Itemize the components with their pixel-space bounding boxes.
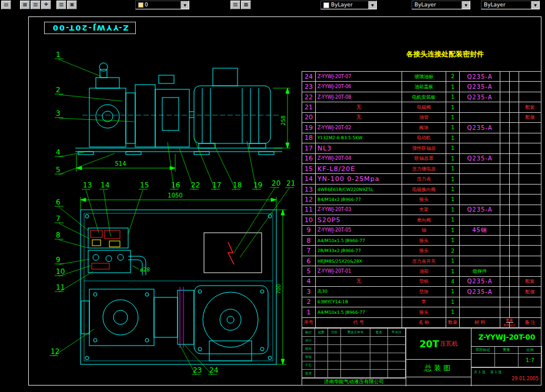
- bom-cell-material: [460, 307, 500, 317]
- bom-cell-note: [519, 174, 541, 184]
- bom-row: 11Z-YYWJ-20T-03支架1Q235-A: [302, 205, 541, 215]
- bom-cell-qty: 1: [446, 113, 460, 123]
- bom-cell-name: 垫铁: [402, 277, 446, 287]
- bom-row: 14YN-100 0-25Mpa压力表1: [302, 174, 541, 184]
- bom-cell-name: 压力表开关: [402, 256, 446, 266]
- bom-cell-no: 21: [302, 102, 316, 112]
- bom-row: 12B4/M14x2 JB966-77接头1: [302, 195, 541, 205]
- bom-cell-unit-weight: [500, 195, 510, 205]
- bom-cell-material: Q235-A: [460, 72, 500, 82]
- product-suffix: 压瓦机: [440, 340, 458, 348]
- stage-value: [472, 354, 495, 367]
- sheet-index: 第 1 张: [490, 370, 502, 375]
- bom-cell-total-weight: [510, 102, 519, 112]
- bom-cell-qty: 1: [446, 215, 460, 225]
- bom-cell-note: 配做: [519, 287, 541, 297]
- balloon-label: 6: [56, 198, 61, 206]
- bom-row: 20无油管1配做: [302, 113, 541, 123]
- signature-cell: [388, 345, 406, 353]
- bom-cell-note: [519, 226, 541, 236]
- bom-cell-total-weight: [510, 297, 519, 307]
- bom-cell-note: [519, 246, 541, 256]
- bom-cell-no: 15: [302, 164, 316, 174]
- bom-cell-total-weight: [510, 215, 519, 225]
- bom-cell-qty: 1: [446, 164, 460, 174]
- title-block-bottom: 共 1 张 第 1 张 29.01.2005: [472, 367, 542, 386]
- bom-cell-no: 1: [302, 307, 316, 317]
- bom-cell-total-weight: [510, 164, 519, 174]
- bom-cell-note: [519, 266, 541, 276]
- bom-cell-qty: 1: [446, 266, 460, 276]
- bom-cell-note: [519, 195, 541, 205]
- bom-cell-material: [460, 164, 500, 174]
- balloon-label: 14: [101, 181, 109, 189]
- signature-cell: 签名: [370, 329, 388, 337]
- bom-cell-material: 组焊件: [460, 266, 500, 276]
- bom-cell-code: Z-YYWJ-20T-04: [316, 154, 402, 164]
- bom-cell-code: A4/M10x1.5 JB966-77: [316, 236, 402, 246]
- balloon-label: 11: [56, 283, 65, 292]
- leader-line: [128, 190, 143, 234]
- bom-cell-qty: 1: [446, 195, 460, 205]
- bom-header-cell: 材 料: [460, 318, 500, 328]
- bom-cell-unit-weight: [500, 256, 510, 266]
- bom-cell-note: [519, 164, 541, 174]
- balloon-label: 20: [272, 179, 280, 187]
- bom-cell-material: [460, 195, 500, 205]
- bom-cell-material: [460, 246, 500, 256]
- scale-label: 比例: [519, 347, 542, 354]
- bom-cell-note: [519, 236, 541, 246]
- bom-row: 5Z-YYWJ-20T-01油箱1组焊件: [302, 266, 541, 276]
- bom-cell-material: [460, 236, 500, 246]
- leader-line: [103, 190, 111, 236]
- bom-cell-code: Z-YYWJ-20T-03: [316, 205, 402, 215]
- bom-cell-code: 63MYCY14-1B: [316, 297, 402, 307]
- bom-cell-total-weight: [510, 287, 519, 297]
- signature-cell: [328, 337, 341, 345]
- title-block-spacer: [406, 377, 471, 385]
- bom-cell-code: Y132M2-6-B3 5.5KW: [316, 133, 402, 143]
- bom-header-row: 序号 代 号 名 称 数量 材 料 重量 单件 总计 备 注: [302, 318, 541, 328]
- bom-cell-material: Q235-A: [460, 82, 500, 92]
- bom-cell-code: Z-YYWJ-20T-07: [316, 72, 402, 82]
- bom-cell-code: Z-YYWJ-20T-06: [316, 82, 402, 92]
- bom-cell-name: 支架: [402, 205, 446, 215]
- bom-row: 3高30垫块1Q235-A配做: [302, 287, 541, 297]
- balloon-label: 24: [209, 366, 218, 374]
- bom-cell-material: [460, 102, 500, 112]
- bom-cell-no: 24: [302, 72, 316, 82]
- bom-cell-name: 油管: [402, 113, 446, 123]
- signature-cell: [370, 361, 388, 370]
- bom-cell-unit-weight: [500, 82, 510, 92]
- bom-cell-name: 电动机: [402, 133, 446, 143]
- bom-cell-material: [460, 143, 500, 153]
- signature-grid: 标记处数分区更改文件号签名年月日设计校对审核工艺批准: [302, 329, 406, 378]
- stage-label: 阶段标记: [472, 347, 495, 354]
- bom-cell-code: KF-L8/20E: [316, 164, 402, 174]
- bom-cell-total-weight: [510, 154, 519, 164]
- bom-cell-code: 高30: [316, 287, 402, 297]
- bom-cell-total-weight: [510, 205, 519, 215]
- bom-cell-note: 配套: [519, 102, 541, 112]
- leader-line: [54, 329, 94, 356]
- signature-cell: [315, 345, 328, 353]
- signature-cell: 更改文件号: [341, 329, 370, 337]
- signature-cell: [328, 353, 341, 361]
- bom-row: 18Y132M2-6-B3 5.5KW电动机1: [302, 133, 541, 143]
- bom-cell-name: 油箱: [402, 266, 446, 276]
- bom-row: 8A4/M10x1.5 JB966-77接头1: [302, 236, 541, 246]
- balloon-label: 13: [83, 181, 92, 189]
- bom-cell-unit-weight: [500, 113, 510, 123]
- bom-cell-total-weight: [510, 133, 519, 143]
- bom-cell-material: [460, 133, 500, 143]
- signature-cell: [341, 337, 370, 345]
- bom-cell-unit-weight: [500, 287, 510, 297]
- signature-cell: [388, 361, 406, 370]
- total-weight-label: 总计: [510, 323, 516, 327]
- title-block-right: Z-YYWJ-20T-00 阶段标记 重量 比例 1:7 共 1 张 第 1 张…: [471, 329, 542, 386]
- bom-cell-name: 接头: [402, 195, 446, 205]
- bom-cell-note: [519, 92, 541, 102]
- bom-cell-code: 4WE6E61B/CW220N9Z5L: [316, 185, 402, 195]
- signature-cell: 设计: [302, 337, 315, 345]
- bom-cell-note: [519, 215, 541, 225]
